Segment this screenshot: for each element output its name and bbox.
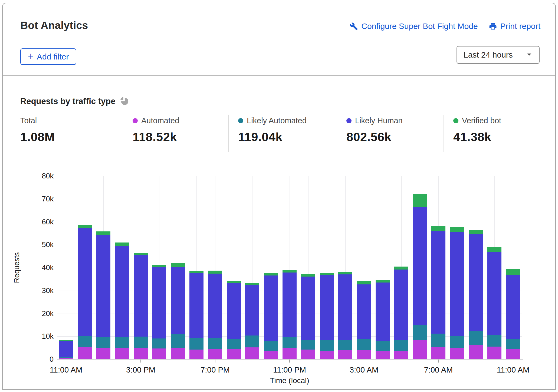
bar-segment-likely-human — [469, 234, 483, 331]
x-tick-mark — [289, 360, 290, 363]
y-tick-label: 80k — [24, 172, 54, 180]
bar-segment-automated — [431, 347, 445, 359]
bar-segment-verified-bot — [283, 270, 297, 273]
bar-segment-automated — [115, 348, 129, 359]
bar-segment-likely-automated — [78, 336, 92, 347]
bar-1-pm-2 — [96, 176, 110, 359]
bar-segment-automated — [450, 348, 464, 359]
bar-segment-likely-automated — [469, 331, 483, 345]
bar-segment-likely-automated — [208, 338, 222, 349]
bar-segment-likely-automated — [376, 341, 390, 351]
bar-4-pm-5 — [152, 176, 166, 359]
x-tick-mark — [438, 360, 439, 363]
legend-dot-likely-human — [346, 118, 352, 123]
bar-segment-verified-bot — [301, 274, 315, 277]
bar-7-am-20 — [431, 176, 445, 359]
stat-label: Total — [20, 116, 37, 125]
bar-segment-likely-automated — [245, 335, 259, 347]
y-tick-label: 10k — [24, 332, 54, 341]
bar-segment-likely-automated — [171, 334, 185, 348]
bar-segment-automated — [506, 349, 520, 359]
bar-segment-verified-bot — [134, 253, 148, 255]
bar-segment-likely-automated — [264, 341, 278, 351]
bar-segment-automated — [283, 348, 297, 359]
bar-segment-likely-automated — [487, 335, 501, 347]
bar-segment-likely-human — [283, 273, 297, 337]
bar-segment-automated — [78, 347, 92, 359]
stat-value: 802.56k — [346, 130, 444, 144]
bar-segment-likely-automated — [357, 339, 371, 350]
time-range-select[interactable]: Last 24 hours — [457, 46, 540, 64]
vertical-gridline — [522, 176, 522, 359]
add-filter-label: Add filter — [37, 52, 69, 61]
bar-segment-verified-bot — [152, 265, 166, 267]
bar-segment-likely-human — [152, 267, 166, 338]
bar-segment-verified-bot — [78, 225, 92, 228]
bar-segment-verified-bot — [338, 272, 352, 274]
stat-value: 118.52k — [133, 130, 228, 144]
bar-segment-automated — [487, 347, 501, 359]
bar-11-pm-12 — [283, 176, 297, 359]
traffic-type-stats-row: Total1.08MAutomated118.52kLikely Automat… — [20, 115, 522, 152]
bar-segment-likely-automated — [320, 340, 334, 351]
configure-link-label: Configure Super Bot Fight Mode — [361, 22, 478, 31]
bar-segment-likely-human — [450, 232, 464, 336]
bar-segment-automated — [338, 350, 352, 359]
bar-segment-likely-human — [357, 284, 371, 339]
chevron-down-icon — [524, 49, 534, 60]
bar-segment-likely-automated — [115, 337, 129, 348]
stat-label: Likely Human — [355, 116, 403, 125]
y-tick-label: 30k — [24, 287, 54, 295]
bar-11-am-24 — [506, 176, 520, 359]
time-range-value: Last 24 hours — [464, 50, 524, 59]
printer-icon — [489, 22, 497, 31]
bar-segment-automated — [357, 350, 371, 359]
bar-segment-likely-human — [320, 275, 334, 340]
bar-segment-automated — [171, 348, 185, 359]
x-tick-mark — [66, 360, 66, 363]
bar-segment-verified-bot — [394, 267, 408, 270]
page-title: Bot Analytics — [20, 19, 88, 31]
bar-segment-verified-bot — [469, 230, 483, 234]
bar-segment-verified-bot — [506, 269, 520, 275]
bar-segment-verified-bot — [376, 280, 390, 283]
bar-segment-likely-automated — [152, 338, 166, 348]
bar-segment-likely-automated — [301, 340, 315, 350]
bar-segment-likely-automated — [394, 340, 408, 351]
bar-segment-verified-bot — [357, 281, 371, 284]
y-tick-label: 20k — [24, 310, 54, 318]
bar-segment-likely-human — [264, 275, 278, 341]
x-tick-mark — [364, 360, 364, 363]
bar-5-pm-6 — [171, 176, 185, 359]
bar-11-am-0 — [59, 176, 73, 359]
configure-super-bot-fight-mode-link[interactable]: Configure Super Bot Fight Mode — [350, 22, 478, 31]
y-tick-label: 70k — [24, 195, 54, 203]
bar-segment-automated — [469, 345, 483, 359]
bar-segment-automated — [245, 347, 259, 359]
x-tick-label: 3:00 AM — [350, 366, 378, 374]
bar-segment-automated — [320, 351, 334, 359]
print-report-link[interactable]: Print report — [489, 22, 540, 31]
legend-dot-automated — [133, 118, 138, 123]
bar-segment-likely-human — [171, 267, 185, 334]
header-links: Configure Super Bot Fight Mode Print rep… — [350, 22, 540, 31]
bar-9-pm-10 — [245, 176, 259, 359]
bar-segment-verified-bot — [115, 242, 129, 246]
bar-2-pm-3 — [115, 176, 129, 359]
bar-segment-verified-bot — [413, 194, 427, 207]
bar-12-am-13 — [301, 176, 315, 359]
bar-8-pm-9 — [227, 176, 241, 359]
bar-segment-automated — [208, 349, 222, 359]
bar-segment-likely-automated — [96, 337, 110, 348]
bar-segment-likely-automated — [338, 340, 352, 350]
bar-segment-likely-human — [189, 273, 203, 338]
stat-value: 41.38k — [453, 130, 522, 144]
bar-segment-automated — [134, 348, 148, 359]
add-filter-button[interactable]: + Add filter — [20, 48, 76, 65]
x-tick-label: 11:00 PM — [273, 366, 306, 374]
bar-segment-likely-human — [59, 341, 73, 357]
x-tick-label: 11:00 AM — [497, 366, 529, 374]
y-tick-label: 0 — [24, 355, 54, 364]
bar-segment-automated — [227, 349, 241, 359]
stat-value: 119.04k — [238, 130, 337, 144]
